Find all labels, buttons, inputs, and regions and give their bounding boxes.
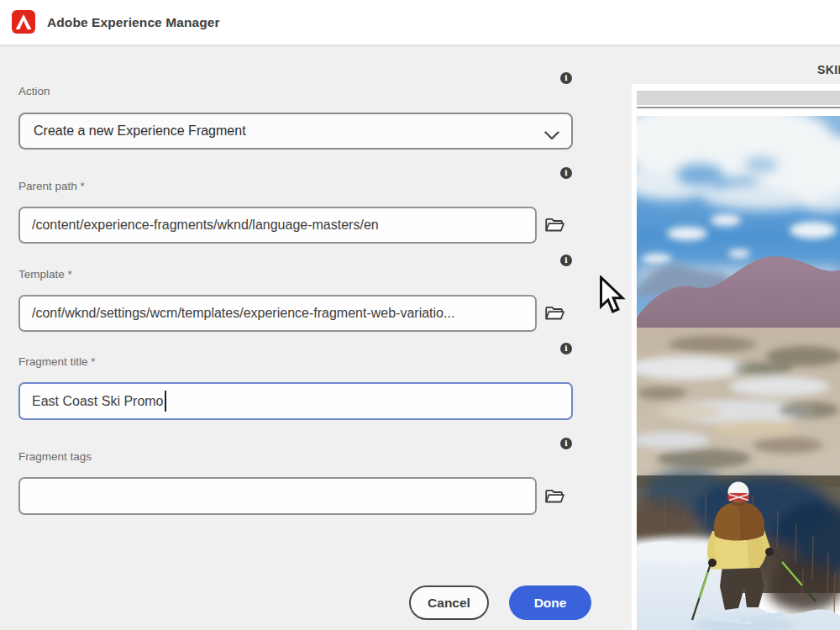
template-folder-picker[interactable] [541,300,568,327]
info-icon[interactable]: i [560,343,572,354]
preview-page-heading: SKIING [817,63,840,76]
template-label: Template * [18,268,72,281]
adobe-logo-icon[interactable] [12,10,35,34]
aem-create-fragment-screen: Adobe Experience Manager SKIING [0,0,840,630]
parent-path-input[interactable]: /content/experience-fragments/wknd/langu… [18,207,537,244]
chevron-down-icon [544,129,559,144]
action-label: Action [18,85,50,97]
folder-icon [544,305,565,323]
hero-image [637,116,840,630]
folder-icon [544,488,565,506]
preview-toolbar-placeholder [637,91,840,105]
parent-path-folder-picker[interactable] [541,212,568,239]
info-icon[interactable]: i [560,167,572,179]
parent-path-label: Parent path * [18,180,85,192]
template-input[interactable]: /conf/wknd/settings/wcm/templates/experi… [18,295,537,332]
action-select-value: Create a new Experience Fragment [34,123,246,139]
text-caret [165,391,166,412]
preview-divider [637,107,840,108]
cancel-button[interactable]: Cancel [409,585,489,620]
folder-icon [544,217,565,234]
info-icon[interactable]: i [560,255,572,266]
preview-panel [632,84,840,630]
fragment-tags-input[interactable] [18,477,537,515]
mouse-cursor-icon [597,276,627,319]
fragment-tags-label: Fragment tags [18,450,92,463]
fragment-title-label: Fragment title * [18,355,96,368]
top-bar: Adobe Experience Manager [0,0,840,45]
info-icon[interactable]: i [560,438,572,449]
info-icon[interactable]: i [560,72,572,84]
fragment-title-input[interactable]: East Coast Ski Promo [18,382,573,420]
done-button[interactable]: Done [509,585,591,620]
action-select[interactable]: Create a new Experience Fragment [18,113,573,150]
fragment-tags-folder-picker[interactable] [541,483,568,510]
app-title: Adobe Experience Manager [47,0,220,45]
